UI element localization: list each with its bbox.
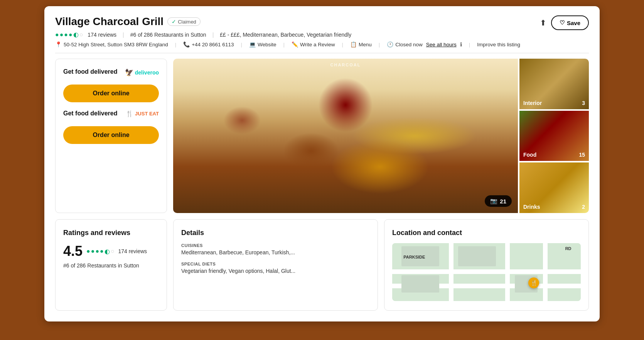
write-review-item[interactable]: ✏️ Write a Review xyxy=(292,41,335,47)
sep-1: | xyxy=(175,42,177,47)
hours-item: 🕐 Closed now See all hours ℹ xyxy=(387,41,462,47)
pencil-icon: ✏️ xyxy=(292,41,298,47)
restaurant-title: Village Charcoal Grill ✓ Claimed xyxy=(55,15,520,28)
star-4: ● xyxy=(69,31,72,38)
share-icon: ⬆ xyxy=(540,19,546,27)
save-label: Save xyxy=(567,20,580,26)
ratings-panel: Ratings and reviews 4.5 ● ● ● ● ◐ ○ 174 … xyxy=(55,219,167,311)
photo-count-badge[interactable]: 📷 21 xyxy=(485,195,512,207)
phone-item: 📞 +44 20 8661 6113 xyxy=(183,41,234,47)
photo-count: 21 xyxy=(500,198,506,205)
food-count: 15 xyxy=(579,152,585,158)
menu-item[interactable]: 📋 Menu xyxy=(350,41,372,47)
interior-label: Interior xyxy=(523,100,542,106)
rating-row: ● ● ● ● ◐ ○ 174 reviews | #6 of 286 Rest… xyxy=(55,31,520,38)
claimed-check-icon: ✓ xyxy=(172,19,176,25)
justeat-header: Get food delivered 🍴 JUST EAT xyxy=(63,110,159,122)
map-road-v1 xyxy=(449,243,453,301)
justeat-icon: 🍴 xyxy=(126,110,133,117)
location-panel-title: Location and contact xyxy=(392,229,581,237)
details-panel-title: Details xyxy=(181,229,370,237)
claimed-badge: ✓ Claimed xyxy=(167,17,201,26)
rating-detail-row: 4.5 ● ● ● ● ◐ ○ 174 reviews xyxy=(63,243,159,259)
justeat-section: Get food delivered 🍴 JUST EAT Order onli… xyxy=(63,110,159,144)
special-diets-label: SPECIAL DIETS xyxy=(181,262,370,266)
map-block-3 xyxy=(401,275,439,293)
deliveroo-bird-icon: 🦅 xyxy=(125,68,133,77)
star-empty: ○ xyxy=(79,31,83,38)
rs-4: ● xyxy=(100,248,104,255)
star-half: ◐ xyxy=(73,31,79,38)
address-item: 📍 50-52 High Street, Sutton SM3 8RW Engl… xyxy=(55,41,168,47)
rating-rank: #6 of 286 Restaurants in Sutton xyxy=(63,262,159,269)
clock-icon: 🕐 xyxy=(387,41,393,47)
deliveroo-order-btn[interactable]: Order online xyxy=(63,85,159,102)
website-item: 💻 Website xyxy=(249,41,276,47)
save-button[interactable]: ♡ Save xyxy=(551,15,589,30)
separator-2: | xyxy=(212,32,214,38)
delivery-panel: Get food delivered 🦅 deliveroo Order onl… xyxy=(55,59,167,213)
interior-count: 3 xyxy=(582,100,585,106)
thumb-food[interactable]: Food 15 xyxy=(519,111,589,161)
reviews-count: 174 reviews xyxy=(88,32,116,38)
special-diets-value: Vegetarian friendly, Vegan options, Hala… xyxy=(181,268,370,274)
rs-empty: ○ xyxy=(111,248,115,255)
cuisines-value: Mediterranean, Barbecue, European, Turki… xyxy=(181,249,370,255)
menu-icon: 📋 xyxy=(350,41,357,47)
drinks-count: 2 xyxy=(582,204,585,210)
map-road-v3 xyxy=(543,243,548,301)
laptop-icon: 💻 xyxy=(249,41,256,47)
justeat-title: Get food delivered xyxy=(63,110,117,117)
phone-link[interactable]: +44 20 8661 6113 xyxy=(192,42,234,47)
price-cuisines: ££ - £££, Mediterranean, Barbecue, Veget… xyxy=(220,32,351,38)
main-photo[interactable]: CHARCOAL 📷 21 xyxy=(173,59,518,213)
main-photo-visual xyxy=(173,59,518,213)
rating-reviews: 174 reviews xyxy=(118,248,147,254)
food-label: Food xyxy=(523,152,536,158)
header-left: Village Charcoal Grill ✓ Claimed ● ● ● ●… xyxy=(55,15,520,47)
cuisines: Mediterranean, Barbecue, Vegetarian frie… xyxy=(243,32,351,38)
menu-link[interactable]: Menu xyxy=(359,42,372,47)
bottom-panels: Ratings and reviews 4.5 ● ● ● ● ◐ ○ 174 … xyxy=(55,219,589,311)
header-actions: ⬆ ♡ Save xyxy=(540,15,589,30)
heart-icon: ♡ xyxy=(560,19,565,26)
thumb-interior[interactable]: Interior 3 xyxy=(519,59,589,109)
header: Village Charcoal Grill ✓ Claimed ● ● ● ●… xyxy=(55,15,589,47)
sep-3: | xyxy=(283,42,285,47)
justeat-logo: 🍴 JUST EAT xyxy=(126,110,159,117)
charcoal-watermark: CHARCOAL xyxy=(330,63,361,67)
write-review-link[interactable]: Write a Review xyxy=(300,42,335,47)
parkside-label: PARKSIDE xyxy=(403,255,425,259)
rank-text: #6 of 286 Restaurants in Sutton xyxy=(130,32,206,38)
drinks-label: Drinks xyxy=(523,204,540,210)
see-hours-link[interactable]: See all hours xyxy=(426,42,457,47)
justeat-label: JUST EAT xyxy=(135,111,159,117)
closed-now-text: Closed now xyxy=(395,42,423,47)
star-3: ● xyxy=(64,31,68,38)
camera-icon: 📷 xyxy=(490,198,497,205)
justeat-order-btn[interactable]: Order online xyxy=(63,126,159,144)
page-container: Village Charcoal Grill ✓ Claimed ● ● ● ●… xyxy=(44,6,600,321)
sep-4: | xyxy=(342,42,344,47)
rd-label: RD xyxy=(565,246,572,251)
map-container[interactable]: PARKSIDE RD 🍴 xyxy=(392,243,581,301)
phone-icon: 📞 xyxy=(183,41,190,47)
sep-5: | xyxy=(379,42,380,47)
thumb-drinks[interactable]: Drinks 2 xyxy=(519,162,589,213)
deliveroo-logo: 🦅 deliveroo xyxy=(125,68,159,77)
separator-1: | xyxy=(123,32,124,38)
rs-3: ● xyxy=(95,248,99,255)
website-link[interactable]: Website xyxy=(258,42,276,47)
deliveroo-header: Get food delivered 🦅 deliveroo xyxy=(63,68,159,80)
star-2: ● xyxy=(60,31,64,38)
deliveroo-label: deliveroo xyxy=(135,69,159,76)
cuisines-label: CUISINES xyxy=(181,243,370,248)
improve-listing-link[interactable]: Improve this listing xyxy=(477,42,520,47)
info-icon: ℹ xyxy=(460,41,462,47)
share-button[interactable]: ⬆ xyxy=(540,18,546,27)
rating-score: 4.5 xyxy=(63,243,83,259)
map-block-2 xyxy=(458,246,496,267)
details-panel: Details CUISINES Mediterranean, Barbecue… xyxy=(173,219,378,311)
rs-half: ◐ xyxy=(105,248,110,255)
star-1: ● xyxy=(55,31,59,38)
